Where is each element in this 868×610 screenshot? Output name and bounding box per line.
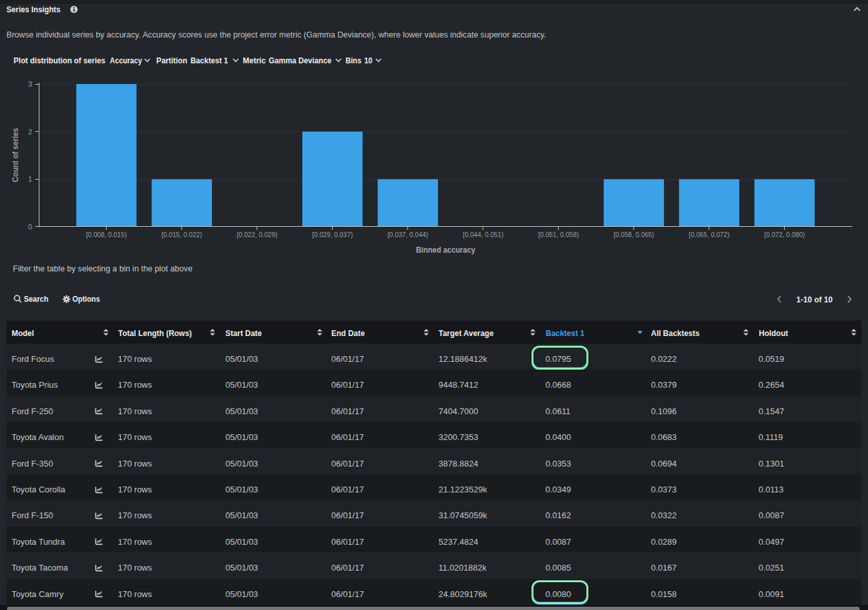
svg-text:[0.022, 0.029): [0.022, 0.029) [237, 231, 278, 238]
svg-text:2: 2 [28, 128, 32, 136]
svg-text:[0.051, 0.058): [0.051, 0.058) [538, 231, 579, 238]
svg-text:1: 1 [28, 175, 32, 183]
svg-text:3: 3 [28, 80, 32, 88]
svg-text:0: 0 [28, 223, 32, 231]
svg-text:[0.029, 0.037): [0.029, 0.037) [312, 231, 353, 238]
svg-text:[0.072, 0.080): [0.072, 0.080) [764, 231, 805, 238]
svg-text:Count of series: Count of series [11, 128, 20, 182]
svg-text:[0.037, 0.044): [0.037, 0.044) [388, 231, 428, 238]
svg-text:[0.015, 0.022): [0.015, 0.022) [161, 231, 202, 238]
svg-text:[0.065, 0.072): [0.065, 0.072) [689, 231, 730, 238]
svg-text:[0.044, 0.051): [0.044, 0.051) [463, 231, 504, 238]
svg-text:Binned accuracy: Binned accuracy [416, 246, 475, 255]
svg-text:[0.008, 0.015): [0.008, 0.015) [86, 231, 127, 238]
svg-text:[0.058, 0.065): [0.058, 0.065) [614, 231, 654, 238]
